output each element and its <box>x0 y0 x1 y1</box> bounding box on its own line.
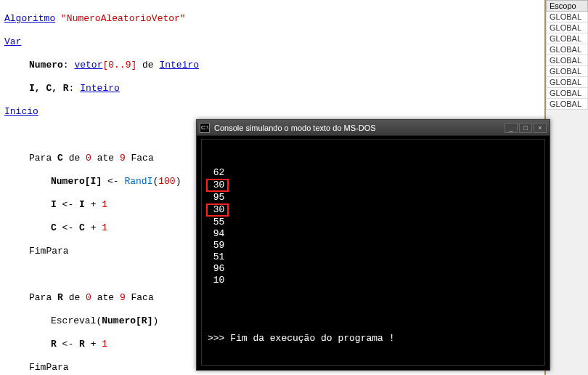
console-line: 51 <box>208 251 539 263</box>
scope-row: GLOBAL <box>546 23 588 33</box>
minimize-button[interactable]: _ <box>505 123 518 133</box>
console-icon: C:\ <box>200 123 210 133</box>
fn-randi: RandI <box>124 176 152 187</box>
console-line: 55 <box>208 217 539 228</box>
scope-header: Escopo <box>546 0 588 12</box>
scope-row: GLOBAL <box>546 99 588 110</box>
scope-row: GLOBAL <box>546 44 588 55</box>
console-line: 59 <box>208 240 539 251</box>
type-inteiro: Inteiro <box>159 60 199 70</box>
console-line: 30 <box>208 203 539 217</box>
scope-row: GLOBAL <box>546 55 588 66</box>
console-line: 95 <box>208 192 539 203</box>
kw-inicio: Inicio <box>4 106 38 117</box>
console-line: 96 <box>208 263 539 275</box>
close-button[interactable]: × <box>534 123 547 133</box>
console-line: 62 <box>208 167 539 179</box>
scope-row: GLOBAL <box>546 77 588 88</box>
scope-panel: Escopo GLOBALGLOBALGLOBALGLOBALGLOBALGLO… <box>544 0 588 375</box>
console-title: Console simulando o modo texto do MS-DOS <box>214 124 505 132</box>
kw-algoritmo: Algoritmo <box>4 13 55 24</box>
console-line: 10 <box>208 275 539 286</box>
highlighted-value: 30 <box>206 203 229 217</box>
scope-row: GLOBAL <box>546 88 588 99</box>
console-line: 94 <box>208 228 539 240</box>
highlighted-value: 30 <box>206 179 229 192</box>
end-message: >>> Fim da execução do programa ! <box>208 333 539 344</box>
kw-var: Var <box>4 36 21 47</box>
type-vetor: vetor <box>74 60 102 70</box>
algo-name: "NumeroAleatorioVetor" <box>61 13 186 24</box>
console-output[interactable]: 62 30 95 30 55 94 59 51 96 10 >>> Fim da… <box>201 139 545 366</box>
var-numero: Numero <box>29 60 63 70</box>
vars-icr: I, C, R <box>29 83 69 94</box>
console-line: 30 <box>208 179 539 192</box>
console-titlebar[interactable]: C:\ Console simulando o modo texto do MS… <box>197 120 550 136</box>
console-window[interactable]: C:\ Console simulando o modo texto do MS… <box>196 119 550 371</box>
scope-row: GLOBAL <box>546 66 588 77</box>
scope-row: GLOBAL <box>546 33 588 44</box>
scope-row: GLOBAL <box>546 12 588 23</box>
maximize-button[interactable]: □ <box>519 123 532 133</box>
